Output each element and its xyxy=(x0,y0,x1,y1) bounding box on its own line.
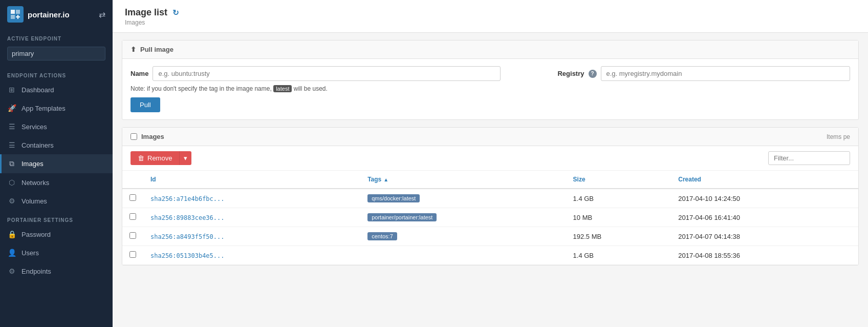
sidebar-item-containers[interactable]: ☰Containers xyxy=(0,136,113,154)
sidebar-item-volumes[interactable]: ⚙Volumes xyxy=(0,192,113,210)
sidebar-item-services[interactable]: ☰Services xyxy=(0,117,113,136)
row-size-cell: 10 MB xyxy=(566,208,671,227)
row-created-cell: 2017-04-07 04:14:38 xyxy=(671,227,858,246)
row-tags-cell xyxy=(360,246,566,265)
name-label: Name xyxy=(131,70,148,77)
sidebar-item-label: Containers xyxy=(21,141,54,149)
sort-asc-icon: ▲ xyxy=(383,177,388,182)
tag-badge: centos:7 xyxy=(367,232,397,240)
sidebar-item-users[interactable]: 👤Users xyxy=(0,243,113,262)
sidebar-item-label: App Templates xyxy=(21,105,66,112)
sidebar-item-label: Services xyxy=(21,123,47,131)
page-title: Image list xyxy=(125,7,167,18)
sidebar-item-password[interactable]: 🔒Password xyxy=(0,225,113,243)
logo: portainer.io xyxy=(7,6,70,23)
remove-btn-group: 🗑 Remove ▾ xyxy=(131,151,191,165)
pull-image-section: ⬆ Pull image Name Registry ? Note: if yo… xyxy=(122,40,859,120)
sidebar-item-networks[interactable]: ⬡Networks xyxy=(0,173,113,192)
sidebar-item-label: Password xyxy=(21,231,51,238)
upload-icon: ⬆ xyxy=(131,46,136,53)
users-icon: 👤 xyxy=(7,249,16,257)
pull-note: Note: if you don't specify the tag in th… xyxy=(131,85,850,92)
row-checkbox[interactable] xyxy=(129,251,136,258)
row-checkbox[interactable] xyxy=(129,213,136,220)
endpoints-icon: ⚙ xyxy=(7,267,16,275)
toolbar-row: 🗑 Remove ▾ xyxy=(122,146,858,171)
registry-help-icon[interactable]: ? xyxy=(589,70,597,78)
row-tags-cell: qms/docker:latest xyxy=(360,189,566,208)
table-body: sha256:a71e4b6fbc...qms/docker:latest1.4… xyxy=(122,189,858,265)
images-title: Images xyxy=(141,133,164,140)
row-size-cell: 1.4 GB xyxy=(566,246,671,265)
images-icon: ⧉ xyxy=(7,159,16,168)
row-id-cell: sha256:89883cee36... xyxy=(143,208,360,227)
images-section-title: Images xyxy=(131,133,164,140)
pull-button[interactable]: Pull xyxy=(131,97,160,112)
networks-icon: ⬡ xyxy=(7,178,16,187)
nav-items: ⊞Dashboard🚀App Templates☰Services☰Contai… xyxy=(0,80,113,210)
settings-items: 🔒Password👤Users⚙Endpoints xyxy=(0,225,113,280)
row-checkbox-cell xyxy=(122,208,143,227)
row-id-link[interactable]: sha256:a71e4b6fbc... xyxy=(150,195,225,202)
sidebar-item-app-templates[interactable]: 🚀App Templates xyxy=(0,99,113,117)
images-section-header: Images Items pe xyxy=(122,128,858,146)
table-header-row: Id Tags ▲ Size Created xyxy=(122,171,858,189)
th-tags-sort[interactable]: Tags ▲ xyxy=(367,176,558,183)
breadcrumb: Images xyxy=(125,19,856,29)
logo-icon xyxy=(7,6,24,23)
note-text: Note: if you don't specify the tag in th… xyxy=(131,85,272,92)
endpoint-actions-label: ENDPOINT ACTIONS xyxy=(0,66,113,80)
row-id-cell: sha256:051303b4e5... xyxy=(143,246,360,265)
remove-button[interactable]: 🗑 Remove xyxy=(131,151,179,165)
svg-rect-0 xyxy=(11,10,15,14)
th-id: Id xyxy=(143,171,360,189)
name-input[interactable] xyxy=(153,66,501,81)
sidebar-item-label: Endpoints xyxy=(21,268,51,275)
th-id-label: Id xyxy=(150,176,156,183)
sidebar-item-endpoints[interactable]: ⚙Endpoints xyxy=(0,262,113,280)
th-checkbox xyxy=(122,171,143,189)
svg-rect-1 xyxy=(16,10,20,14)
endpoint-select[interactable]: primary xyxy=(7,47,105,60)
images-section: Images Items pe 🗑 Remove ▾ Id xyxy=(122,127,859,265)
refresh-icon[interactable]: ↻ xyxy=(172,8,179,17)
active-endpoint-label: ACTIVE ENDPOINT xyxy=(0,29,113,44)
row-id-link[interactable]: sha256:89883cee36... xyxy=(150,214,225,221)
row-checkbox-cell xyxy=(122,189,143,208)
page-header: Image list ↻ Images xyxy=(113,0,868,33)
table-row: sha256:a8493f5f50...centos:7192.5 MB2017… xyxy=(122,227,858,246)
row-checkbox[interactable] xyxy=(129,232,136,239)
row-created-cell: 2017-04-06 16:41:40 xyxy=(671,208,858,227)
registry-form-group: Registry ? xyxy=(557,66,850,81)
row-size-cell: 192.5 MB xyxy=(566,227,671,246)
row-checkbox-cell xyxy=(122,227,143,246)
filter-input[interactable] xyxy=(768,151,850,165)
dashboard-icon: ⊞ xyxy=(7,86,16,94)
pull-image-title: Pull image xyxy=(140,46,173,53)
row-id-link[interactable]: sha256:a8493f5f50... xyxy=(150,233,225,240)
row-id-link[interactable]: sha256:051303b4e5... xyxy=(150,252,225,259)
row-checkbox-cell xyxy=(122,246,143,265)
pull-image-body: Name Registry ? Note: if you don't speci… xyxy=(122,59,858,119)
tag-badge: portainer/portainer:latest xyxy=(367,213,437,221)
volumes-icon: ⚙ xyxy=(7,197,16,205)
password-icon: 🔒 xyxy=(7,230,16,238)
table-header: Id Tags ▲ Size Created xyxy=(122,171,858,189)
services-icon: ☰ xyxy=(7,122,16,131)
registry-input[interactable] xyxy=(601,66,851,81)
row-id-cell: sha256:a71e4b6fbc... xyxy=(143,189,360,208)
endpoint-select-wrapper: primary xyxy=(0,44,113,66)
select-all-checkbox[interactable] xyxy=(131,133,137,140)
sidebar-item-images[interactable]: ⧉Images xyxy=(0,154,113,173)
items-per-page: Items pe xyxy=(827,133,850,140)
row-size-cell: 1.4 GB xyxy=(566,189,671,208)
row-checkbox[interactable] xyxy=(129,194,136,201)
th-tags[interactable]: Tags ▲ xyxy=(360,171,566,189)
remove-dropdown-button[interactable]: ▾ xyxy=(179,151,191,165)
pull-image-header: ⬆ Pull image xyxy=(122,40,858,59)
sidebar-item-label: Users xyxy=(21,249,39,257)
registry-label: Registry xyxy=(557,70,584,77)
transfer-icon[interactable]: ⇄ xyxy=(99,10,105,19)
row-created-cell: 2017-04-10 14:24:50 xyxy=(671,189,858,208)
sidebar-item-dashboard[interactable]: ⊞Dashboard xyxy=(0,80,113,99)
